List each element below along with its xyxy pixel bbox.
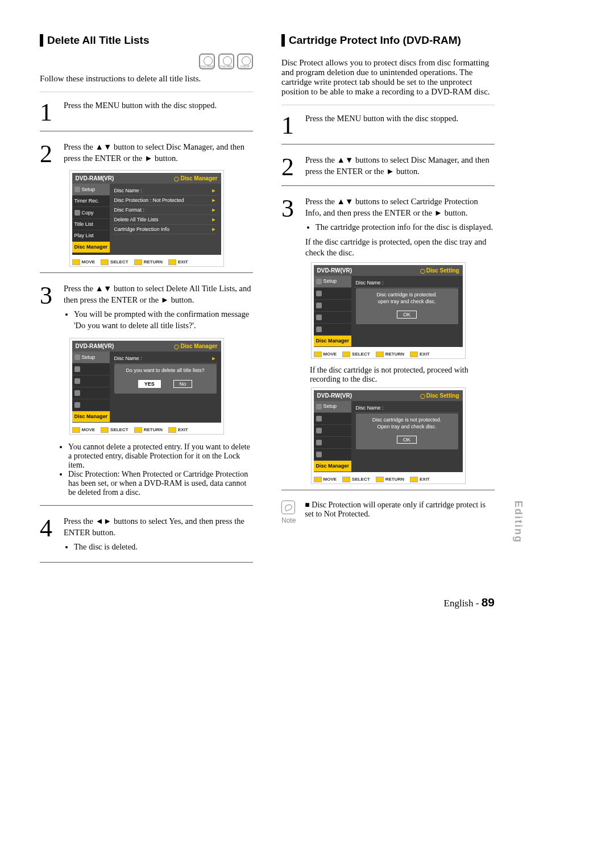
- osd-panel-title: Disc Setting: [426, 392, 459, 399]
- step-text: Press the ▲▼ button to select Disc Manag…: [64, 142, 253, 167]
- page-number: 89: [482, 596, 495, 609]
- note-block: Note Disc Protection will operate only i…: [281, 501, 495, 524]
- ok-button[interactable]: OK: [397, 436, 417, 444]
- step-bullet: The disc is deleted.: [74, 542, 253, 553]
- step-number: 2: [281, 155, 297, 180]
- step-followup: If the disc cartridge is protected, open…: [305, 237, 495, 259]
- osd-main: Disc Name :► Disc Protection : Not Prote…: [110, 184, 221, 255]
- ok-button[interactable]: OK: [397, 311, 417, 319]
- left-column: Delete All Title Lists DVD-RAM DVD-RW DV…: [40, 34, 253, 573]
- osd-panel-title: Disc Setting: [426, 267, 459, 274]
- step-number: 3: [281, 196, 297, 259]
- step-bullet: You cannot delete a protected entry. If …: [68, 443, 253, 470]
- osd-mode: DVD-RAM(VR): [76, 343, 114, 349]
- osd-footer: MOVE SELECT RETURN EXIT: [70, 257, 223, 266]
- osd-mode: DVD-RW(VR): [317, 392, 352, 399]
- sidebar-blur-icon: [316, 303, 322, 308]
- osd-disc-manager-list: DVD-RAM(VR) ◯Disc Manager Setup Timer Re…: [69, 170, 224, 267]
- yes-button[interactable]: YES: [138, 380, 161, 388]
- sidebar-blur-icon: [316, 315, 322, 320]
- step-number: 4: [40, 516, 56, 556]
- footer-language: English -: [444, 598, 482, 609]
- step-number: 1: [40, 100, 56, 125]
- no-button[interactable]: No: [173, 380, 193, 388]
- osd-sidebar: Setup Disc Manager: [314, 276, 351, 347]
- osd-panel-title: Disc Manager: [180, 343, 217, 349]
- sidebar-blur-icon: [74, 390, 80, 396]
- left-step-3: 3 Press the ▲▼ button to select Delete A…: [40, 283, 253, 334]
- left-step-4: 4 Press the ◄► buttons to select Yes, an…: [40, 516, 253, 556]
- osd-dialog: Disc cartridge is not protected. Open tr…: [356, 414, 458, 449]
- divider: [40, 562, 253, 563]
- divider: [40, 505, 253, 506]
- osd-mode: DVD-RAM(VR): [76, 175, 114, 181]
- step-text: Press the ▲▼ buttons to select Disc Mana…: [305, 155, 495, 180]
- step-text: Press the ▲▼ button to select Delete All…: [64, 284, 251, 304]
- dialog-line1: Disc cartridge is not protected.: [372, 417, 442, 423]
- dialog-line2: Open tray and check disc.: [377, 424, 436, 429]
- right-section-title: Cartridge Protect Info (DVD-RAM): [281, 34, 495, 47]
- divider: [281, 185, 495, 186]
- disc-icon-dvdr: DVD-R: [237, 53, 253, 69]
- sidebar-blur-icon: [316, 452, 322, 457]
- note-label: Note: [281, 516, 296, 524]
- osd-main: Disc Name : Disc cartridge is protected.…: [351, 276, 463, 347]
- note-text: Disc Protection will operate only if car…: [305, 501, 495, 524]
- disc-type-icons: DVD-RAM DVD-RW DVD-R: [40, 53, 253, 69]
- disc-icon-dvdram: DVD-RAM: [199, 53, 215, 69]
- left-step-1: 1 Press the MENU button with the disc st…: [40, 100, 253, 125]
- osd-footer: MOVE SELECT RETURN EXIT: [312, 474, 465, 483]
- sidebar-blur-icon: [316, 440, 322, 445]
- sidebar-blur-icon: [316, 326, 322, 332]
- disc-icon-dvdrw: DVD-RW: [218, 53, 234, 69]
- osd-main: Disc Name :► Do you want to delete all t…: [110, 352, 221, 423]
- left-intro: Follow these instructions to delete all …: [40, 74, 253, 84]
- osd-dialog: Do you want to delete all title lists? Y…: [114, 364, 217, 394]
- step-text: Press the ◄► buttons to select Yes, and …: [64, 516, 244, 537]
- osd-sidebar-setup: Setup: [72, 352, 110, 363]
- osd-sidebar: Setup Disc Manager: [314, 401, 351, 472]
- osd-cartridge-protected: DVD-RW(VR) ◯Disc Setting Setup Disc Mana…: [311, 262, 466, 359]
- divider: [40, 272, 253, 273]
- osd-footer: MOVE SELECT RETURN EXIT: [70, 425, 223, 434]
- section-side-label: Editing: [512, 501, 524, 543]
- osd-delete-confirm: DVD-RAM(VR) ◯Disc Manager Setup Disc Man…: [69, 338, 224, 435]
- divider: [281, 490, 495, 490]
- osd-cartridge-not-protected: DVD-RW(VR) ◯Disc Setting Setup Disc Mana…: [311, 387, 466, 484]
- osd-sidebar: Setup Timer Rec. Copy Title List Play Li…: [72, 184, 110, 255]
- sidebar-blur-icon: [74, 402, 80, 408]
- osd-panel-title: Disc Manager: [180, 175, 217, 181]
- dialog-line2: open tray and check disc.: [377, 299, 435, 304]
- step-number: 2: [40, 142, 56, 167]
- osd-dialog: Disc cartridge is protected. open tray a…: [356, 288, 458, 324]
- step-number: 3: [40, 283, 56, 334]
- divider: [281, 144, 495, 144]
- step-text: Press the MENU button with the disc stop…: [305, 113, 495, 138]
- step-bullet: Disc Protection: When Protected or Cartr…: [68, 470, 253, 497]
- right-intro: Disc Protect allows you to protect discs…: [281, 58, 495, 97]
- note-icon: [281, 501, 295, 514]
- step-text: Press the ▲▼ buttons to select Cartridge…: [305, 197, 478, 217]
- page-footer: English - 89: [40, 596, 495, 609]
- step-text: Press the MENU button with the disc stop…: [64, 100, 253, 125]
- step-bullet: You will be prompted with the confirmati…: [74, 309, 253, 331]
- step-followup: If the disc cartridge is not protected, …: [310, 366, 495, 384]
- sidebar-blur-icon: [316, 416, 322, 421]
- sidebar-blur-icon: [316, 428, 322, 433]
- sidebar-blur-icon: [74, 378, 80, 384]
- step-bullet: The cartridge protection info for the di…: [316, 222, 495, 233]
- osd-main: Disc Name : Disc cartridge is not protec…: [351, 401, 463, 472]
- right-step-3: 3 Press the ▲▼ buttons to select Cartrid…: [281, 196, 495, 259]
- left-step-2: 2 Press the ▲▼ button to select Disc Man…: [40, 142, 253, 167]
- dialog-message: Do you want to delete all title lists?: [118, 367, 213, 374]
- dialog-line1: Disc cartridge is protected.: [376, 292, 437, 297]
- step-number: 1: [281, 113, 297, 138]
- osd-footer: MOVE SELECT RETURN EXIT: [312, 349, 465, 358]
- divider: [40, 131, 253, 131]
- left-section-title: Delete All Title Lists: [40, 34, 253, 47]
- osd-sidebar: Setup Disc Manager: [72, 352, 110, 423]
- sidebar-blur-icon: [74, 366, 80, 372]
- osd-mode: DVD-RW(VR): [317, 267, 352, 274]
- right-column: Cartridge Protect Info (DVD-RAM) Disc Pr…: [281, 34, 495, 573]
- divider: [40, 92, 253, 92]
